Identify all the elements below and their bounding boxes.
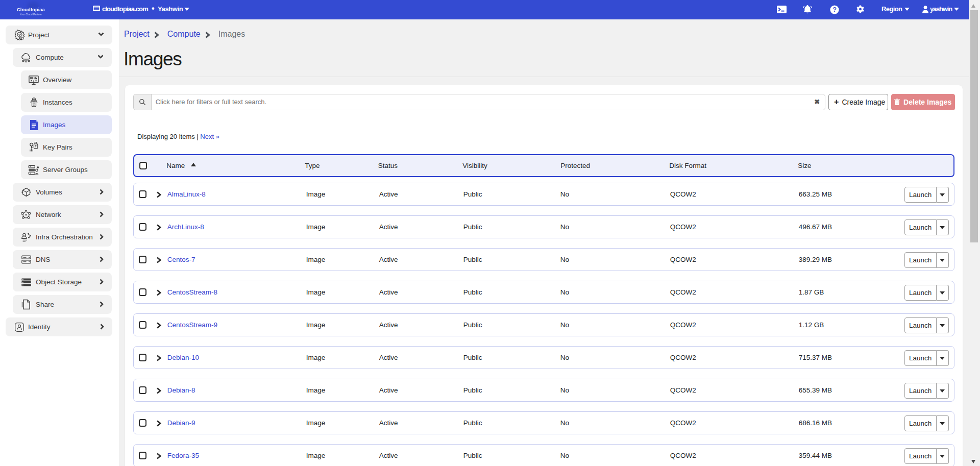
svg-text:?: ? [832, 6, 837, 13]
